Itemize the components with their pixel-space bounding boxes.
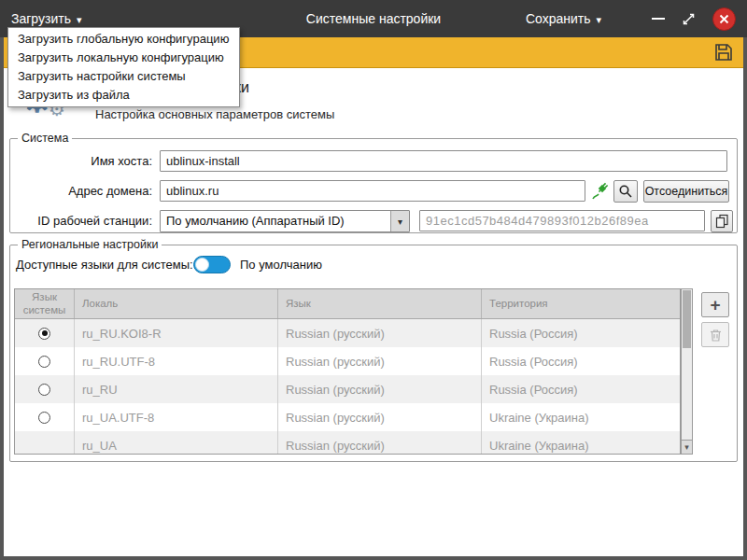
table-row[interactable]: ru_UA Russian (русский) Ukraine (Украина… bbox=[15, 431, 680, 455]
menu-item-load-local-config[interactable]: Загрузить локальную конфигурацию bbox=[8, 49, 239, 67]
locale-cell: ru_RU.UTF-8 bbox=[75, 347, 278, 375]
domain-input[interactable] bbox=[160, 180, 585, 202]
copy-button[interactable] bbox=[711, 210, 733, 232]
station-id-label: ID рабочей станции: bbox=[10, 210, 152, 232]
chevron-down-icon: ▾ bbox=[77, 14, 82, 26]
locales-table: Язык системы Локаль Язык Территория ru_R… bbox=[14, 288, 681, 455]
hamburger-menu-button[interactable] bbox=[618, 13, 635, 25]
station-id-mode-select[interactable]: По умолчанию (Аппаратный ID) ▾ bbox=[160, 210, 410, 232]
load-menu-label: Загрузить bbox=[11, 11, 71, 26]
disconnect-button[interactable]: Отсоединиться bbox=[643, 180, 729, 203]
radio-button[interactable] bbox=[38, 412, 50, 424]
language-cell: Russian (русский) bbox=[278, 431, 482, 455]
table-row[interactable]: ru_UA.UTF-8 Russian (русский) Ukraine (У… bbox=[15, 403, 680, 431]
locale-cell: ru_UA.UTF-8 bbox=[75, 403, 278, 431]
column-header: Локаль bbox=[75, 289, 278, 318]
close-button[interactable] bbox=[712, 7, 736, 31]
page-subtitle: Настройка основных параметров системы bbox=[95, 107, 334, 121]
territory-cell: Ukraine (Украина) bbox=[482, 403, 680, 431]
domain-label: Адрес домена: bbox=[10, 180, 152, 203]
menu-item-load-global-config[interactable]: Загрузить глобальную конфигурацию bbox=[8, 30, 239, 49]
languages-toggle[interactable] bbox=[193, 256, 231, 273]
search-icon bbox=[618, 184, 633, 199]
search-button[interactable] bbox=[613, 180, 638, 203]
system-groupbox: Система Имя хоста: Адрес домена: bbox=[9, 138, 738, 233]
territory-cell: Russia (Россия) bbox=[482, 375, 680, 403]
languages-label: Доступные языки для системы: bbox=[16, 258, 193, 272]
radio-button[interactable] bbox=[38, 356, 50, 368]
locale-cell: ru_UA bbox=[75, 431, 278, 455]
column-header: Язык системы bbox=[15, 289, 75, 318]
save-file-button[interactable] bbox=[713, 42, 734, 66]
menu-item-load-system-settings[interactable]: Загрузить настройки системы bbox=[8, 67, 239, 86]
copy-icon bbox=[715, 214, 729, 229]
table-scrollbar[interactable]: ▾ bbox=[681, 288, 693, 455]
locale-cell: ru_RU bbox=[75, 375, 278, 403]
save-menu-label: Сохранить bbox=[526, 11, 591, 26]
hostname-label: Имя хоста: bbox=[10, 150, 152, 173]
toggle-knob bbox=[195, 258, 209, 272]
table-row[interactable]: ru_RU.UTF-8 Russian (русский) Russia (Ро… bbox=[15, 347, 680, 375]
territory-cell: Russia (Россия) bbox=[482, 319, 680, 347]
column-header: Язык bbox=[278, 289, 482, 318]
chevron-down-icon: ▾ bbox=[596, 14, 601, 26]
hostname-input[interactable] bbox=[160, 150, 727, 172]
territory-cell: Russia (Россия) bbox=[482, 347, 680, 375]
minimize-icon bbox=[652, 18, 665, 20]
station-id-value-field[interactable] bbox=[419, 210, 705, 231]
territory-cell: Ukraine (Украина) bbox=[482, 431, 680, 455]
add-locale-button[interactable]: + bbox=[701, 292, 729, 317]
language-cell: Russian (русский) bbox=[278, 347, 482, 375]
scrollbar-thumb[interactable] bbox=[683, 290, 691, 348]
scroll-down-button[interactable]: ▾ bbox=[682, 440, 692, 454]
floppy-icon bbox=[713, 42, 734, 63]
main-content: ⚙ ⚙ ⚙ Системные настройки Настройка осно… bbox=[4, 68, 743, 556]
close-icon bbox=[719, 14, 729, 24]
connected-plug-icon bbox=[591, 182, 610, 204]
minimize-button[interactable] bbox=[652, 18, 665, 20]
combo-arrow-icon[interactable]: ▾ bbox=[390, 211, 409, 231]
delete-locale-button[interactable] bbox=[701, 322, 729, 347]
regional-groupbox: Региональные настройки Доступные языки д… bbox=[9, 245, 738, 462]
system-legend: Система bbox=[18, 132, 72, 145]
save-menu-button[interactable]: Сохранить ▾ bbox=[526, 11, 601, 26]
language-cell: Russian (русский) bbox=[278, 375, 482, 403]
table-row[interactable]: ru_RU.KOI8-R Russian (русский) Russia (Р… bbox=[15, 319, 680, 347]
maximize-button[interactable] bbox=[682, 12, 696, 26]
expand-icon bbox=[682, 12, 696, 26]
radio-button-selected[interactable] bbox=[38, 328, 50, 340]
regional-legend: Региональные настройки bbox=[18, 238, 162, 251]
trash-icon bbox=[710, 329, 722, 342]
radio-button[interactable] bbox=[38, 384, 50, 396]
load-menu-button[interactable]: Загрузить ▾ bbox=[11, 11, 81, 26]
station-id-mode-value: По умолчанию (Аппаратный ID) bbox=[161, 211, 390, 231]
language-cell: Russian (русский) bbox=[278, 319, 482, 347]
menu-item-load-from-file[interactable]: Загрузить из файла bbox=[8, 86, 239, 105]
column-header: Территория bbox=[482, 289, 680, 318]
table-header: Язык системы Локаль Язык Территория bbox=[15, 289, 680, 319]
table-row[interactable]: ru_RU Russian (русский) Russia (Россия) bbox=[15, 375, 680, 403]
toggle-state-label: По умолчанию bbox=[240, 258, 322, 272]
load-dropdown-menu: Загрузить глобальную конфигурацию Загруз… bbox=[7, 27, 240, 107]
locale-cell: ru_RU.KOI8-R bbox=[75, 319, 278, 347]
language-cell: Russian (русский) bbox=[278, 403, 482, 431]
app-window: Загрузить ▾ Системные настройки Сохранит… bbox=[0, 0, 747, 560]
